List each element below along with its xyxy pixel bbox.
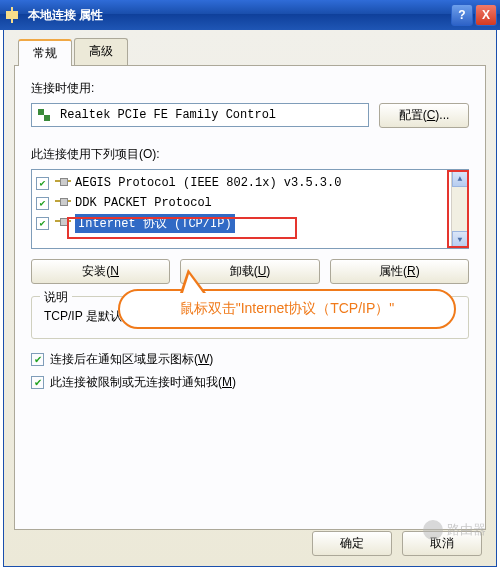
properties-button[interactable]: 属性(R) [330,259,469,284]
action-buttons: 安装(N 卸载(U) 属性(R) [31,259,469,284]
list-content: AEGIS Protocol (IEEE 802.1x) v3.5.3.0 DD… [32,170,451,248]
protocol-icon [55,196,71,210]
tabs: 常规 高级 [4,30,496,65]
protocol-icon [55,216,71,230]
watermark-icon [423,520,443,540]
tutorial-callout: 鼠标双击"Internet协议（TCP/IP）" [118,289,456,329]
adapter-row: Realtek PCIe FE Family Control 配置(C)... [31,103,469,128]
item-label: AEGIS Protocol (IEEE 802.1x) v3.5.3.0 [75,176,341,190]
items-list-wrapper: AEGIS Protocol (IEEE 802.1x) v3.5.3.0 DD… [31,169,469,249]
items-listbox[interactable]: AEGIS Protocol (IEEE 802.1x) v3.5.3.0 DD… [31,169,469,249]
scroll-up-button[interactable]: ▲ [452,170,468,187]
adapter-field[interactable]: Realtek PCIe FE Family Control [31,103,369,127]
item-label: Internet 协议 (TCP/IP) [75,214,235,233]
checkbox-notify[interactable] [31,376,44,389]
list-item-selected[interactable]: Internet 协议 (TCP/IP) [34,213,449,233]
connect-using-label: 连接时使用: [31,80,469,97]
checkbox[interactable] [36,217,49,230]
connection-icon [6,7,22,23]
list-item[interactable]: DDK PACKET Protocol [34,193,449,213]
description-legend: 说明 [40,289,72,306]
checkbox-show-icon[interactable] [31,353,44,366]
notify-row[interactable]: 此连接被限制或无连接时通知我(M) [31,374,469,391]
show-icon-row[interactable]: 连接后在通知区域显示图标(W) [31,351,469,368]
close-button[interactable]: X [475,4,497,26]
items-label: 此连接使用下列项目(O): [31,146,469,163]
tab-advanced[interactable]: 高级 [74,38,128,65]
callout-text: 鼠标双击"Internet协议（TCP/IP）" [180,300,395,318]
watermark-text: 路由器 [447,521,486,539]
adapter-name: Realtek PCIe FE Family Control [60,108,276,122]
scrollbar[interactable]: ▲ ▼ [451,170,468,248]
help-button[interactable]: ? [451,4,473,26]
watermark: 路由器 [423,520,486,540]
scroll-track[interactable] [452,187,468,231]
checkbox[interactable] [36,177,49,190]
checkbox[interactable] [36,197,49,210]
protocol-icon [55,176,71,190]
tab-general[interactable]: 常规 [18,39,72,66]
titlebar[interactable]: 本地连接 属性 ? X [0,0,500,30]
configure-button[interactable]: 配置(C)... [379,103,469,128]
ok-button[interactable]: 确定 [312,531,392,556]
scroll-down-button[interactable]: ▼ [452,231,468,248]
item-label: DDK PACKET Protocol [75,196,212,210]
adapter-icon [36,108,54,122]
show-icon-label: 连接后在通知区域显示图标(W) [50,351,213,368]
window-title: 本地连接 属性 [28,7,449,24]
notify-label: 此连接被限制或无连接时通知我(M) [50,374,236,391]
list-item[interactable]: AEGIS Protocol (IEEE 802.1x) v3.5.3.0 [34,173,449,193]
install-button[interactable]: 安装(N [31,259,170,284]
